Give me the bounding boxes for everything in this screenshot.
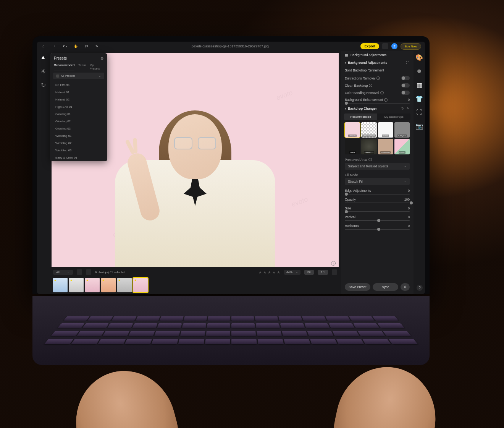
backdrop-swatch-transparent[interactable]: Transparent bbox=[361, 122, 376, 138]
home-icon[interactable]: ⌂ bbox=[41, 44, 46, 49]
backdrop-swatch-gray03[interactable]: Gray03 bbox=[394, 122, 410, 138]
backdrop-changer-section[interactable]: ▾Backdrop Changer ↻ ✎ bbox=[341, 105, 414, 112]
add-icon[interactable]: + bbox=[52, 44, 57, 49]
save-preset-button[interactable]: Save Preset bbox=[345, 283, 370, 291]
compare-button[interactable] bbox=[332, 269, 337, 275]
preset-tabs: Recommended Team My Presets bbox=[50, 63, 107, 73]
backdrop-swatch-brown03[interactable]: Brown03 bbox=[378, 139, 393, 154]
preset-item[interactable]: High-End 01 bbox=[50, 103, 107, 110]
preset-item[interactable]: Natural 01 bbox=[50, 89, 107, 96]
thumbnail[interactable]: ▲ bbox=[69, 278, 84, 292]
preset-item[interactable]: Baby & Child 01 bbox=[50, 154, 107, 161]
adjustments-rail-icon[interactable]: ☀ bbox=[40, 68, 47, 75]
tab-recommended[interactable]: Recommended bbox=[54, 63, 74, 70]
tab-team[interactable]: Team bbox=[78, 63, 86, 70]
thumbnail[interactable]: ▲ bbox=[133, 278, 148, 292]
bottom-toolbar: All⌄ 6 photo(s) / 1 selected ★ ★ ★ ★ ★ 4… bbox=[49, 268, 341, 276]
preserved-area-select[interactable]: Subject and Related objects⌄ bbox=[345, 163, 410, 170]
info-icon[interactable]: i bbox=[368, 158, 372, 161]
thumbnail[interactable]: ▲ bbox=[101, 278, 116, 292]
info-icon[interactable]: i bbox=[331, 261, 336, 266]
crop-icon[interactable]: ⛶ bbox=[416, 109, 423, 116]
export-button[interactable]: Export bbox=[360, 43, 379, 49]
ratio-button[interactable]: 1:1 bbox=[318, 270, 328, 275]
preset-category-select[interactable]: All Presets ⌄ bbox=[53, 73, 104, 79]
thumbnail[interactable]: ▲ bbox=[85, 278, 100, 292]
bg-adjustments-section[interactable]: ▾Background Adjustments ⛶ bbox=[341, 59, 414, 66]
backdrop-swatch-fabric02[interactable]: Fabric02 bbox=[361, 139, 376, 154]
pencil-icon[interactable]: ✎ bbox=[94, 44, 100, 49]
star-3[interactable]: ★ bbox=[268, 270, 271, 274]
undo-icon[interactable]: ↶▾ bbox=[62, 44, 68, 49]
panel-header: ▦ Background Adjustments bbox=[341, 51, 414, 59]
preset-item[interactable]: Natural 02 bbox=[50, 96, 107, 103]
clothing-icon[interactable]: 👕 bbox=[416, 95, 423, 102]
bg-enhance-slider[interactable] bbox=[345, 103, 410, 104]
slider-size[interactable] bbox=[345, 211, 410, 212]
star-4[interactable]: ★ bbox=[272, 270, 276, 274]
edit-icon[interactable]: ✎ bbox=[407, 107, 410, 110]
info-icon[interactable]: i bbox=[384, 98, 388, 102]
sort-button[interactable] bbox=[77, 269, 82, 275]
tab-my-presets[interactable]: My Presets bbox=[90, 63, 103, 70]
sync-button[interactable]: Sync bbox=[373, 283, 398, 291]
preset-item[interactable]: Glowing 02 bbox=[50, 118, 107, 125]
face-icon[interactable]: ☻ bbox=[416, 68, 423, 75]
backdrop-swatch-black[interactable]: Black bbox=[345, 139, 360, 154]
backdrop-swatch-pink02[interactable]: Pink02 bbox=[345, 122, 360, 138]
add-preset-icon[interactable]: ⊕ bbox=[100, 56, 103, 60]
preset-item[interactable]: Glowing 03 bbox=[50, 125, 107, 132]
zoom-select[interactable]: 44%⌄ bbox=[284, 270, 300, 275]
background-icon[interactable]: ▦ bbox=[416, 81, 423, 88]
presets-rail-icon[interactable]: ▲ bbox=[40, 54, 47, 61]
panel-icon: ▦ bbox=[345, 53, 348, 57]
star-2[interactable]: ★ bbox=[263, 270, 267, 274]
export-settings-icon[interactable] bbox=[382, 43, 388, 49]
toggle-color-banding-removal[interactable] bbox=[401, 91, 410, 95]
preserved-label: Preserved Area bbox=[345, 158, 367, 162]
fillmode-select[interactable]: Stretch Fill⌄ bbox=[345, 178, 410, 185]
preset-item[interactable]: No Effects bbox=[50, 81, 107, 89]
fit-button[interactable]: Fit bbox=[304, 270, 314, 275]
info-icon[interactable]: i bbox=[380, 91, 384, 94]
buy-now-button[interactable]: Buy Now bbox=[401, 43, 421, 50]
expand-icon[interactable]: ⛶ bbox=[406, 61, 410, 65]
bg-enhance-value: 0 bbox=[408, 98, 410, 102]
filmstrip: ▲▲▲▲▲▲ bbox=[49, 276, 341, 294]
bg-enhance-label: Background Enhancement bbox=[345, 98, 383, 102]
preset-item[interactable]: Wedding 01 bbox=[50, 132, 107, 139]
preset-item[interactable]: Glowing 01 bbox=[50, 110, 107, 118]
thumbnail[interactable]: ▲ bbox=[117, 278, 132, 292]
info-icon[interactable]: i bbox=[369, 84, 372, 87]
slider-opacity[interactable] bbox=[345, 203, 410, 203]
preset-item[interactable]: Wedding 02 bbox=[50, 139, 107, 147]
user-avatar[interactable]: Z bbox=[391, 43, 397, 49]
solid-backdrop-title: Solid Backdrop Refinement bbox=[341, 66, 414, 75]
history-rail-icon[interactable]: ↻ bbox=[40, 81, 47, 88]
backdrop-swatch-white[interactable]: White bbox=[378, 122, 393, 138]
toggle-clean-backdrop[interactable] bbox=[401, 83, 410, 88]
slider-horizontal[interactable] bbox=[345, 229, 410, 230]
tab-bc-my-backdrops[interactable]: My Backdrops bbox=[377, 113, 410, 120]
preset-item[interactable]: Wedding 03 bbox=[50, 147, 107, 154]
hand-tool-icon[interactable]: ✋ bbox=[73, 44, 78, 49]
camera-icon[interactable]: 📷 bbox=[416, 123, 423, 130]
slider-edge-adjustments[interactable] bbox=[345, 194, 410, 195]
tab-bc-recommended[interactable]: Recommended bbox=[344, 113, 377, 120]
photo-count: 6 photo(s) / 1 selected bbox=[95, 271, 125, 274]
star-1[interactable]: ★ bbox=[258, 270, 262, 274]
filter-select[interactable]: All⌄ bbox=[53, 270, 73, 275]
backdrop-swatch-more[interactable]: More bbox=[394, 139, 410, 154]
right-tool-rail: 🎨 ☻ ▦ 👕 ⛶ 📷 bbox=[414, 51, 425, 294]
reset-icon[interactable]: ↻ bbox=[401, 107, 404, 110]
help-button[interactable]: ? bbox=[417, 285, 423, 291]
sync-settings-icon[interactable]: ⚙ bbox=[401, 283, 410, 291]
toggle-distractions-removal[interactable] bbox=[401, 76, 410, 80]
star-5[interactable]: ★ bbox=[277, 270, 280, 274]
view-button[interactable] bbox=[86, 269, 91, 275]
palette-icon[interactable]: 🎨 bbox=[416, 54, 423, 61]
slider-vertical[interactable] bbox=[345, 220, 410, 221]
thumbnail[interactable]: ▲ bbox=[53, 278, 68, 292]
info-icon[interactable]: i bbox=[376, 76, 380, 80]
tag-icon[interactable]: 🏷 bbox=[84, 44, 89, 49]
